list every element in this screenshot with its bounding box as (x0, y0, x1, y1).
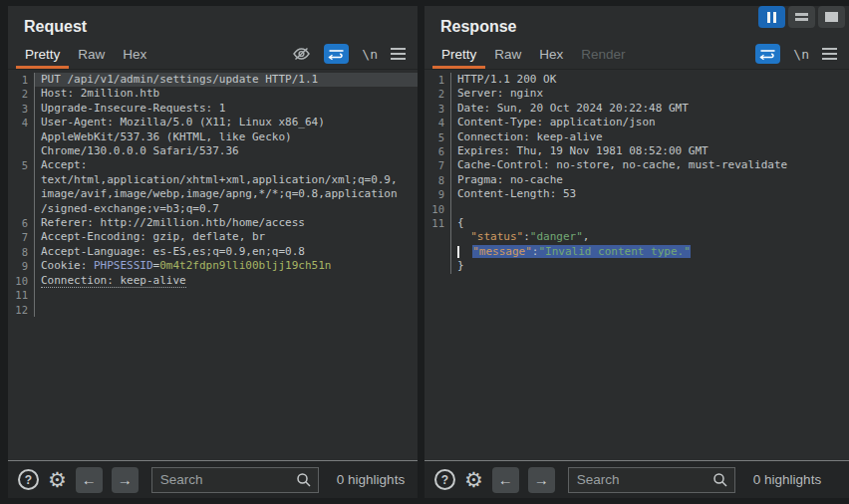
line-number: 5 (424, 130, 450, 144)
search-icon (712, 472, 728, 488)
code-line[interactable]: Chrome/130.0.0.0 Safari/537.36 (8, 144, 418, 158)
line-number: 3 (424, 102, 450, 116)
code-line[interactable]: 6Expires: Thu, 19 Nov 1981 08:52:00 GMT (424, 144, 849, 158)
code-line[interactable]: text/html,application/xhtml+xml,applicat… (8, 173, 418, 187)
message-editor-workspace: Request Pretty Raw Hex (0, 0, 849, 504)
line-number: 8 (424, 173, 450, 187)
request-tab-pretty[interactable]: Pretty (16, 43, 69, 69)
line-number: 6 (8, 216, 34, 230)
word-wrap-icon[interactable] (755, 44, 780, 64)
help-icon[interactable]: ? (18, 469, 39, 490)
code-line[interactable]: 10Connection: keep-alive (8, 274, 418, 288)
response-tab-raw[interactable]: Raw (485, 43, 530, 69)
line-number: 11 (8, 288, 34, 302)
request-toolbar: \n (292, 44, 406, 69)
search-next-button[interactable]: → (112, 467, 139, 493)
line-number: 2 (424, 87, 450, 101)
code-line[interactable]: 5Accept: (8, 158, 418, 172)
newline-toggle-icon[interactable]: \n (793, 47, 809, 62)
line-number: 11 (424, 216, 450, 230)
newline-toggle-icon[interactable]: \n (362, 47, 378, 62)
search-prev-button[interactable]: ← (76, 467, 103, 493)
request-editor[interactable]: 1PUT /api/v1/admin/settings/update HTTP/… (8, 70, 418, 460)
response-tab-hex[interactable]: Hex (530, 43, 572, 69)
gear-icon[interactable]: ⚙ (464, 469, 483, 490)
line-number: 1 (8, 73, 34, 87)
columns-layout-icon (767, 12, 776, 23)
code-line[interactable]: 9Cookie: PHPSESSID=0m4t2fdpn9lli00bljj19… (8, 259, 418, 273)
columns-layout-button[interactable] (758, 6, 785, 28)
line-number: 1 (424, 73, 450, 87)
rows-layout-button[interactable] (788, 6, 815, 28)
line-number: 4 (424, 116, 450, 129)
code-line[interactable]: 4User-Agent: Mozilla/5.0 (X11; Linux x86… (8, 116, 418, 129)
line-number: 10 (8, 274, 34, 288)
response-highlights-count: 0 highlights (753, 472, 821, 487)
code-line[interactable]: 3Upgrade-Insecure-Requests: 1 (8, 102, 418, 116)
response-tab-pretty[interactable]: Pretty (432, 43, 485, 69)
code-line[interactable]: 11 (8, 288, 418, 302)
editor-menu-icon[interactable] (822, 48, 837, 60)
code-line[interactable]: 5Connection: keep-alive (424, 130, 849, 144)
search-prev-button[interactable]: ← (492, 467, 519, 493)
line-number: 2 (8, 87, 34, 101)
response-editor[interactable]: 1HTTP/1.1 200 OK2Server: nginx3Date: Sun… (424, 70, 849, 460)
response-toolbar: \n (755, 44, 837, 69)
request-panel-title: Request (8, 6, 418, 42)
code-line[interactable]: 9Content-Length: 53 (424, 187, 849, 201)
request-footer: ? ⚙ ← → 0 highlights (8, 460, 418, 498)
code-line[interactable]: 11{ (424, 216, 849, 230)
line-number (424, 259, 450, 273)
layout-controls (758, 6, 845, 28)
code-line[interactable]: image/avif,image/webp,image/apng,*/*;q=0… (8, 187, 418, 201)
editor-menu-icon[interactable] (391, 48, 406, 60)
line-number: 9 (8, 259, 34, 273)
hide-nonprinting-icon[interactable] (292, 46, 311, 62)
code-line[interactable]: /signed-exchange;v=b3;q=0.7 (8, 202, 418, 216)
gear-icon[interactable]: ⚙ (48, 469, 67, 490)
response-search-input[interactable] (577, 472, 712, 487)
code-line[interactable]: 2Server: nginx (424, 87, 849, 101)
code-line[interactable]: 12 (8, 303, 418, 317)
line-number (8, 202, 34, 216)
response-panel: Response Pretty Raw Hex Render \n 1HTTP/… (424, 6, 849, 498)
code-line[interactable]: AppleWebKit/537.36 (KHTML, like Gecko) (8, 130, 418, 144)
code-line[interactable]: 2Host: 2million.htb (8, 87, 418, 101)
line-number: 12 (8, 303, 34, 317)
line-number: 5 (8, 158, 34, 172)
code-line[interactable]: 7Accept-Encoding: gzip, deflate, br (8, 230, 418, 244)
request-search-input[interactable] (160, 472, 296, 487)
request-panel: Request Pretty Raw Hex (8, 6, 418, 498)
line-number: 7 (8, 230, 34, 244)
code-line[interactable]: 1HTTP/1.1 200 OK (424, 73, 849, 87)
request-search-box (151, 467, 319, 493)
response-search-box (568, 467, 735, 493)
single-layout-icon (825, 12, 838, 22)
code-line[interactable]: 8Pragma: no-cache (424, 173, 849, 187)
line-number: 10 (424, 202, 450, 216)
line-number (8, 130, 34, 144)
code-line[interactable]: 7Cache-Control: no-store, no-cache, must… (424, 158, 849, 172)
code-line[interactable]: 3Date: Sun, 20 Oct 2024 20:22:48 GMT (424, 102, 849, 116)
line-number: 9 (424, 187, 450, 201)
code-line[interactable]: 8Accept-Language: es-ES,es;q=0.9,en;q=0.… (8, 245, 418, 259)
line-number: 7 (424, 158, 450, 172)
line-number: 3 (8, 102, 34, 116)
code-line[interactable]: "message":"Invalid content type." (424, 245, 849, 259)
code-line[interactable]: 1PUT /api/v1/admin/settings/update HTTP/… (8, 73, 418, 87)
search-next-button[interactable]: → (528, 467, 555, 493)
line-number (8, 173, 34, 187)
single-layout-button[interactable] (818, 6, 845, 28)
request-tab-hex[interactable]: Hex (114, 43, 155, 69)
code-line[interactable]: 10 (424, 202, 849, 216)
line-number (424, 230, 450, 244)
code-line[interactable]: 6Referer: http://2million.htb/home/acces… (8, 216, 418, 230)
response-footer: ? ⚙ ← → 0 highlights (424, 460, 849, 498)
request-tabbar: Pretty Raw Hex (8, 42, 418, 70)
code-line[interactable]: "status":"danger", (424, 230, 849, 244)
help-icon[interactable]: ? (434, 469, 455, 490)
code-line[interactable]: 4Content-Type: application/json (424, 116, 849, 129)
code-line[interactable]: } (424, 259, 849, 273)
request-tab-raw[interactable]: Raw (69, 43, 114, 69)
word-wrap-icon[interactable] (324, 44, 349, 64)
